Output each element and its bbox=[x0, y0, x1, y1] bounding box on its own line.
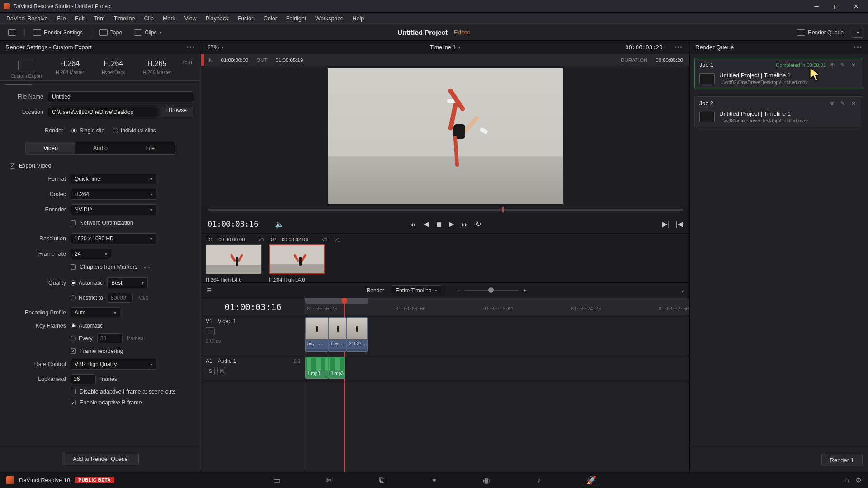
tape-button[interactable]: Tape bbox=[96, 28, 126, 38]
page-color[interactable]: ◉ bbox=[481, 475, 492, 486]
menu-timeline[interactable]: Timeline bbox=[109, 14, 140, 23]
kf-every-radio[interactable]: Every bbox=[71, 335, 93, 342]
enc-profile-select[interactable]: Auto bbox=[71, 307, 120, 318]
play-button[interactable]: ▶ bbox=[449, 220, 454, 228]
viewer-timecode[interactable]: 00:00:03:20 bbox=[625, 44, 663, 51]
format-select[interactable]: QuickTime bbox=[71, 174, 156, 184]
job-1[interactable]: Job 1 Completed in 00:00:01 👁 ✎ ✕ Untitl… bbox=[694, 58, 863, 89]
prev-marker-button[interactable]: |◀ bbox=[676, 220, 683, 228]
network-opt-checkbox[interactable]: Network Optimization bbox=[71, 220, 133, 226]
transport-tc[interactable]: 01:00:03:16 bbox=[208, 220, 259, 229]
page-fusion[interactable]: ✦ bbox=[428, 475, 440, 486]
timeline-tc[interactable]: 01:00:03:16 bbox=[201, 298, 305, 315]
menu-fusion[interactable]: Fusion bbox=[233, 14, 259, 23]
tab-video[interactable]: Video bbox=[26, 142, 75, 154]
page-fairlight[interactable]: ♪ bbox=[533, 475, 545, 486]
page-deliver[interactable]: 🚀 bbox=[585, 475, 597, 486]
menu-view[interactable]: View bbox=[180, 14, 201, 23]
restrict-input[interactable]: 80000 bbox=[108, 293, 133, 303]
lookahead-input[interactable]: 16 bbox=[71, 374, 96, 384]
a1-mute-button[interactable]: M bbox=[217, 367, 226, 375]
job-1-reveal-icon[interactable]: 👁 bbox=[830, 62, 837, 68]
video-clip-2[interactable]: boy_... bbox=[329, 317, 347, 352]
clip-02[interactable]: 0200:00:02:06V1 H.264 High L4.0 bbox=[269, 236, 328, 280]
menu-color[interactable]: Color bbox=[259, 14, 282, 23]
menu-fairlight[interactable]: Fairlight bbox=[282, 14, 311, 23]
v1-link-button[interactable]: ⬚ bbox=[206, 327, 215, 335]
menu-workspace[interactable]: Workspace bbox=[311, 14, 348, 23]
resolution-select[interactable]: 868 x 488 HD bbox=[71, 233, 156, 244]
preset-h265-master[interactable]: H.265H.265 Master bbox=[135, 60, 179, 79]
settings-icon[interactable]: ⚙ bbox=[855, 476, 862, 484]
frame-reorder-checkbox[interactable]: Frame reordering bbox=[71, 348, 123, 354]
menu-clip[interactable]: Clip bbox=[140, 14, 159, 23]
in-tc[interactable]: 01:00:00:00 bbox=[221, 57, 249, 63]
viewer[interactable] bbox=[201, 66, 689, 206]
timeline-view-icon[interactable]: ☰ bbox=[207, 287, 212, 294]
inout-range[interactable] bbox=[305, 298, 368, 304]
render-button[interactable]: Render 1 bbox=[821, 454, 863, 466]
job-2-edit-icon[interactable]: ✎ bbox=[840, 100, 848, 107]
add-to-queue-button[interactable]: Add to Render Queue bbox=[62, 453, 139, 465]
tab-audio[interactable]: Audio bbox=[75, 142, 125, 154]
rate-control-select[interactable]: VBR High Quality bbox=[71, 359, 156, 370]
job-1-close-icon[interactable]: ✕ bbox=[851, 62, 859, 68]
track-lane-a1[interactable]: 1.mp3 1.mp3 bbox=[305, 355, 689, 382]
restrict-radio[interactable]: Restrict to bbox=[71, 295, 103, 301]
scrubber[interactable] bbox=[201, 206, 689, 215]
page-media[interactable]: ▭ bbox=[271, 475, 283, 486]
first-frame-button[interactable]: ⏮ bbox=[410, 221, 416, 228]
track-header-a1[interactable]: A1Audio 12.0 SM bbox=[201, 355, 305, 382]
panel-menu-icon[interactable]: ••• bbox=[186, 44, 195, 51]
stop-button[interactable]: ◼ bbox=[436, 220, 442, 228]
maximize-button[interactable]: ▢ bbox=[828, 1, 844, 12]
encoder-select[interactable]: NVIDIA bbox=[71, 204, 156, 215]
viewer-menu-icon[interactable]: ••• bbox=[675, 44, 683, 51]
last-frame-button[interactable]: ⏭ bbox=[462, 221, 468, 228]
location-input[interactable]: C:\Users\wtf82\OneDrive\Desktop bbox=[48, 107, 157, 117]
preset-custom[interactable]: Custom Export bbox=[5, 60, 48, 79]
render-queue-toggle[interactable]: Render Queue bbox=[793, 28, 847, 38]
preset-hyperdeck[interactable]: H.264HyperDeck bbox=[92, 60, 135, 79]
menu-help[interactable]: Help bbox=[348, 14, 369, 23]
a1-solo-button[interactable]: S bbox=[206, 367, 215, 375]
prev-frame-button[interactable]: ◀ bbox=[424, 220, 429, 228]
video-clip-3[interactable]: 21827 ... bbox=[347, 317, 368, 352]
page-cut[interactable]: ✂ bbox=[323, 475, 335, 486]
menu-playback[interactable]: Playback bbox=[201, 14, 233, 23]
codec-select[interactable]: H.264 bbox=[71, 189, 156, 200]
job-2[interactable]: Job 2 👁 ✎ ✕ Untitled Project | Timeline … bbox=[694, 96, 863, 127]
filename-input[interactable]: Untitled bbox=[48, 91, 193, 102]
clip-01[interactable]: 0100:00:00:00V1 H.264 High L4.0 bbox=[206, 236, 264, 280]
browse-button[interactable]: Browse bbox=[162, 107, 193, 117]
zoom-slider[interactable] bbox=[464, 290, 519, 291]
framerate-select[interactable]: 24 bbox=[71, 249, 111, 259]
menu-mark[interactable]: Mark bbox=[158, 14, 180, 23]
preset-youtube[interactable]: YouT bbox=[179, 60, 196, 79]
job-1-edit-icon[interactable]: ✎ bbox=[840, 62, 848, 68]
fullscreen-button[interactable] bbox=[5, 28, 20, 38]
job-2-reveal-icon[interactable]: 👁 bbox=[830, 100, 837, 107]
disable-adaptive-i-checkbox[interactable]: Disable adaptive I-frame at scene cuts bbox=[71, 389, 176, 395]
audio-icon[interactable]: ♪ bbox=[681, 287, 684, 294]
audio-clip-1[interactable]: 1.mp3 bbox=[305, 357, 329, 379]
quality-auto-radio[interactable]: Automatic bbox=[71, 280, 103, 286]
clips-button[interactable]: Clips▾ bbox=[130, 28, 165, 38]
kf-every-input[interactable]: 30 bbox=[97, 333, 123, 343]
enable-adaptive-b-checkbox[interactable]: Enable adaptive B-frame bbox=[71, 399, 142, 406]
preset-h264-master[interactable]: H.264H.264 Master bbox=[48, 60, 91, 79]
zoom-out-button[interactable]: − bbox=[457, 287, 460, 294]
quality-select[interactable]: Best bbox=[107, 277, 148, 288]
menu-trim[interactable]: Trim bbox=[89, 14, 109, 23]
volume-icon[interactable]: 🔈 bbox=[275, 220, 284, 229]
queue-menu-icon[interactable]: ••• bbox=[854, 44, 863, 51]
single-clip-radio[interactable]: Single clip bbox=[71, 127, 104, 134]
zoom-dropdown[interactable]: 27%▾ bbox=[208, 44, 224, 51]
zoom-in-button[interactable]: + bbox=[523, 287, 526, 294]
timeline-name[interactable]: Timeline 1▾ bbox=[430, 44, 461, 51]
menu-file[interactable]: File bbox=[52, 14, 70, 23]
render-settings-button[interactable]: Render Settings bbox=[29, 28, 86, 38]
individual-clips-radio[interactable]: Individual clips bbox=[113, 127, 156, 134]
out-tc[interactable]: 01:00:05:19 bbox=[276, 57, 303, 63]
loop-button[interactable]: ↻ bbox=[476, 220, 481, 228]
